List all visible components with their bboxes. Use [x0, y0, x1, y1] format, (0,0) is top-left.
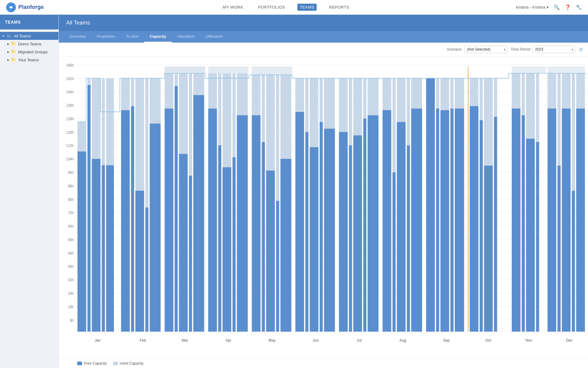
- bar-jul-3-free: [353, 135, 362, 332]
- bar-may-5-free: [281, 159, 292, 332]
- x-label-jul: Jul: [357, 338, 362, 343]
- nav-right: kristina - Kristina ▾ 🔍 ❓ 🔧: [516, 4, 582, 10]
- bar-oct-4-used: [494, 78, 497, 117]
- tree-arrow-all-teams: ▾: [2, 34, 7, 38]
- settings-icon[interactable]: 🔧: [576, 4, 582, 10]
- folder-icon-demo-teams: 📁: [11, 41, 17, 46]
- bar-sep-5-free: [455, 109, 464, 332]
- sidebar-item-migrated-groups[interactable]: ► 📁 Migrated Groups: [4, 48, 58, 56]
- tab-overview[interactable]: Overview: [64, 31, 91, 43]
- apr-used-bg: [208, 67, 249, 73]
- nav-reports[interactable]: REPORTS: [326, 4, 352, 11]
- legend-label-used: Used Capacity: [120, 361, 144, 366]
- bar-dec-1-free: [548, 109, 556, 332]
- bar-mar-1-used: [165, 73, 173, 109]
- filter-icon[interactable]: ⚙: [579, 47, 583, 52]
- bar-mar-3-free: [179, 154, 187, 332]
- sidebar-item-all-teams[interactable]: ▾ 🗂 All Teams: [0, 32, 58, 40]
- bar-jan-1-free: [77, 151, 86, 332]
- app-layout: TEAMS ▾ 🗂 All Teams ► 📁 Demo Teams ► 📁: [0, 15, 588, 368]
- tabs-bar: Overview Properties To-Dos Capacity Allo…: [59, 31, 588, 43]
- bar-jul-4-free: [363, 118, 366, 332]
- svg-text:80h: 80h: [68, 197, 74, 201]
- bar-feb-3-free: [135, 191, 144, 332]
- nov-used-bg: [512, 67, 546, 73]
- legend-free-capacity: Free Capacity: [77, 361, 107, 366]
- svg-text:112h: 112h: [66, 144, 74, 148]
- sidebar-tree: ▾ 🗂 All Teams ► 📁 Demo Teams ► 📁 Migrate…: [0, 29, 58, 66]
- logo[interactable]: Planforge: [6, 2, 44, 12]
- bar-jul-4-used: [363, 78, 366, 118]
- x-label-may: May: [269, 338, 276, 343]
- tab-todos[interactable]: To-Dos: [120, 31, 144, 43]
- bar-sep-1-free: [426, 78, 435, 332]
- bar-feb-3-used: [135, 78, 144, 191]
- bar-may-2-used: [262, 75, 265, 142]
- bar-oct-2-used: [480, 78, 483, 120]
- sidebar-item-demo-teams[interactable]: ► 📁 Demo Teams: [4, 40, 58, 48]
- time-period-select[interactable]: 2023: [532, 46, 575, 53]
- sidebar-label-all-teams: All Teams: [14, 34, 31, 38]
- bar-jul-3-used: [353, 78, 362, 135]
- tab-capacity[interactable]: Capacity: [144, 31, 172, 43]
- bar-sep-3-free: [440, 110, 449, 332]
- bar-jan-4-free: [102, 165, 105, 332]
- main-content: All Teams Overview Properties To-Dos Cap…: [59, 15, 588, 368]
- svg-text:120h: 120h: [66, 130, 74, 134]
- time-period-select-wrapper: 2023: [532, 46, 575, 53]
- svg-text:8h: 8h: [70, 318, 74, 322]
- bar-may-3-free: [266, 171, 275, 332]
- tree-arrow-migrated-groups: ►: [7, 50, 11, 54]
- bar-jun-4-used: [320, 78, 323, 122]
- logo-text: Planforge: [18, 4, 44, 10]
- bar-aug-3-free: [397, 122, 405, 332]
- bar-sep-3-used: [440, 78, 449, 110]
- bar-mar-4-free: [189, 176, 192, 332]
- user-menu[interactable]: kristina - Kristina ▾: [516, 5, 549, 10]
- tab-utilization[interactable]: Utilization: [200, 31, 228, 43]
- bar-oct-1-free: [470, 106, 478, 332]
- bar-nov-1-free: [512, 109, 520, 332]
- may-used-bg: [252, 67, 292, 75]
- svg-text:128h: 128h: [66, 117, 74, 121]
- bar-may-2-free: [262, 142, 265, 332]
- bar-jul-1-used: [339, 78, 348, 132]
- bar-oct-3-free: [484, 166, 492, 332]
- nav-teams[interactable]: TEAMS: [297, 4, 317, 11]
- x-label-nov: Nov: [526, 338, 532, 343]
- bar-apr-5-free: [237, 115, 248, 332]
- svg-text:144h: 144h: [66, 90, 74, 94]
- tab-allocation[interactable]: Allocation: [172, 31, 200, 43]
- bar-jun-5-free: [324, 128, 335, 332]
- x-label-jan: Jan: [95, 338, 101, 343]
- nav-my-work[interactable]: MY WORK: [221, 4, 246, 11]
- bar-feb-2-used: [131, 78, 134, 106]
- bar-aug-2-used: [393, 78, 396, 172]
- tab-properties[interactable]: Properties: [91, 31, 120, 43]
- bar-jun-1-used: [296, 78, 304, 112]
- help-icon[interactable]: ❓: [565, 4, 571, 10]
- sidebar-item-your-teams[interactable]: ► 📁 Your Teams: [4, 56, 58, 64]
- bar-jun-5-used: [324, 78, 335, 128]
- bar-nov-3-used: [526, 73, 535, 139]
- bar-nov-3-free: [526, 139, 535, 332]
- nav-portfolios[interactable]: PORTFOLIOS: [255, 4, 288, 11]
- scenario-label: Scenario:: [447, 47, 462, 52]
- svg-point-1: [10, 6, 12, 8]
- bar-aug-3-used: [397, 78, 405, 122]
- bar-jun-1-free: [296, 112, 304, 332]
- svg-text:48h: 48h: [68, 251, 74, 255]
- bar-jun-2-used: [305, 78, 308, 132]
- bar-sep-2-free: [436, 109, 439, 332]
- sidebar-label-demo-teams: Demo Teams: [18, 42, 41, 46]
- bar-oct-3-used: [484, 78, 492, 166]
- left-sidebar: TEAMS ▾ 🗂 All Teams ► 📁 Demo Teams ► 📁: [0, 15, 59, 368]
- capacity-chart: 160h 152h 144h 136h 128h 120h 112h 104h …: [59, 56, 588, 358]
- sidebar-children: ► 📁 Demo Teams ► 📁 Migrated Groups ► 📁 Y…: [0, 40, 58, 64]
- bar-aug-5-used: [411, 78, 422, 109]
- scenario-select[interactable]: (Not Selected): [464, 46, 507, 53]
- search-icon[interactable]: 🔍: [554, 4, 560, 10]
- user-name: kristina - Kristina: [516, 5, 545, 10]
- bar-may-1-free: [252, 115, 260, 332]
- folder-icon-all-teams: 🗂: [7, 33, 12, 38]
